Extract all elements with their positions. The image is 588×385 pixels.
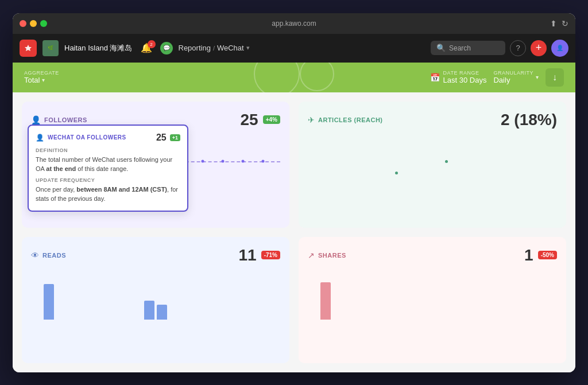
shares-value: 1 — [524, 246, 533, 265]
toolbar: AGGREGATE Total ▾ 📅 DATE RANGE Last 30 D… — [13, 63, 575, 92]
aggregate-dropdown-icon: ▾ — [42, 77, 45, 83]
shares-value-row: 1 -50% — [524, 246, 557, 265]
tooltip-value-row: 25 +1 — [156, 133, 180, 143]
article-dot-2 — [395, 172, 398, 174]
tooltip-definition-label: DEFINITION — [36, 147, 180, 153]
shares-bar — [320, 282, 331, 320]
close-button[interactable] — [20, 20, 26, 27]
download-icon: ↓ — [552, 72, 557, 83]
date-range-info: DATE RANGE Last 30 Days — [443, 70, 487, 84]
add-button[interactable]: + — [531, 40, 547, 56]
shares-badge: -50% — [538, 251, 557, 259]
granularity-selector[interactable]: GRANULARITY Daily ▾ — [493, 70, 539, 84]
reads-card: 👁 READS 11 -71% — [22, 237, 289, 363]
minimize-button[interactable] — [30, 20, 37, 27]
shares-card-header: ↗ SHARES 1 -50% — [308, 246, 557, 265]
followers-card: 👤 FOLLOWERS 25 +4% 👤 WECHAT OA FOLLOWERS — [22, 102, 289, 228]
refresh-icon[interactable]: ↻ — [562, 19, 568, 28]
followers-badge: +4% — [263, 115, 280, 124]
followers-dot-9 — [202, 160, 204, 162]
wechat-icon: 💬 — [160, 42, 173, 55]
reads-title: READS — [42, 252, 66, 259]
app-logo[interactable] — [20, 40, 37, 57]
workspace-avatar: 🌿 — [42, 40, 59, 56]
followers-tooltip: 👤 WECHAT OA FOLLOWERS 25 +1 DEFINITION T… — [28, 125, 188, 212]
articles-value-row: 2 (18%) — [501, 111, 557, 129]
articles-value: 2 (18%) — [501, 111, 557, 129]
followers-icon: 👤 — [31, 115, 41, 125]
followers-value-row: 25 +4% — [241, 111, 280, 129]
tooltip-update-text: Once per day, between 8AM and 12AM (CST)… — [36, 185, 180, 204]
app-window: app.kawo.com ⬆ ↻ 🌿 Haitan Island 海滩岛 🔔 2… — [13, 13, 575, 372]
help-button[interactable]: ? — [510, 40, 526, 56]
followers-dot-12 — [261, 160, 264, 162]
articles-chart — [308, 143, 557, 200]
tooltip-value: 25 — [156, 133, 167, 143]
followers-dot-10 — [222, 160, 225, 162]
search-label: Search — [449, 44, 471, 52]
tooltip-title: WECHAT OA FOLLOWERS — [48, 134, 126, 141]
avatar-initials: 👤 — [556, 45, 563, 51]
workspace-name[interactable]: Haitan Island 海滩岛 — [64, 43, 133, 53]
breadcrumb-parent[interactable]: Reporting — [179, 44, 211, 52]
main-content: 👤 FOLLOWERS 25 +4% 👤 WECHAT OA FOLLOWERS — [13, 92, 575, 372]
tooltip-title-row: 👤 WECHAT OA FOLLOWERS — [36, 134, 126, 142]
nav-right: 🔍 Search ? + 👤 — [431, 40, 568, 57]
reads-value-row: 11 -71% — [238, 246, 280, 265]
aggregate-label: AGGREGATE — [24, 70, 59, 76]
followers-value: 25 — [241, 111, 258, 129]
aggregate-value[interactable]: Total ▾ — [24, 76, 59, 84]
user-avatar[interactable]: 👤 — [551, 40, 568, 57]
share-icon[interactable]: ⬆ — [550, 19, 557, 28]
reads-icon: 👁 — [31, 251, 39, 260]
breadcrumb: Reporting / WeChat ▾ — [179, 44, 250, 52]
tooltip-user-icon: 👤 — [36, 134, 44, 142]
title-bar-right: ⬆ ↻ — [550, 19, 568, 28]
reads-bar — [44, 284, 54, 319]
granularity-value: Daily — [493, 76, 533, 84]
articles-title-row: ✈ ARTICLES (REACH) — [308, 115, 383, 125]
article-dot-1 — [445, 160, 448, 163]
search-box[interactable]: 🔍 Search — [431, 41, 505, 55]
nav-bar: 🌿 Haitan Island 海滩岛 🔔 2 💬 Reporting / We… — [13, 34, 575, 63]
granularity-info: GRANULARITY Daily — [493, 70, 533, 84]
followers-dot-11 — [241, 160, 244, 162]
aggregate-selector[interactable]: AGGREGATE Total ▾ — [24, 70, 59, 84]
articles-card: ✈ ARTICLES (REACH) 2 (18%) — [299, 102, 566, 228]
shares-icon: ↗ — [308, 251, 315, 260]
granularity-label: GRANULARITY — [493, 70, 533, 76]
articles-card-header: ✈ ARTICLES (REACH) 2 (18%) — [308, 111, 557, 129]
breadcrumb-dropdown-icon[interactable]: ▾ — [246, 44, 250, 52]
url-bar[interactable]: app.kawo.com — [272, 20, 316, 28]
calendar-icon: 📅 — [430, 73, 440, 82]
breadcrumb-child[interactable]: WeChat — [217, 44, 244, 52]
articles-title: ARTICLES (REACH) — [318, 116, 383, 123]
reads-bar — [157, 305, 167, 319]
shares-card: ↗ SHARES 1 -50% — [299, 237, 566, 363]
search-icon: 🔍 — [436, 44, 446, 52]
download-button[interactable]: ↓ — [546, 68, 564, 87]
reads-badge: -71% — [261, 251, 280, 259]
traffic-lights — [20, 20, 47, 27]
followers-title: FOLLOWERS — [44, 116, 87, 123]
title-bar: app.kawo.com ⬆ ↻ — [13, 13, 575, 34]
reads-title-row: 👁 READS — [31, 251, 66, 260]
shares-bar-chart — [308, 274, 557, 320]
followers-title-row: 👤 FOLLOWERS — [31, 115, 87, 125]
shares-title-row: ↗ SHARES — [308, 251, 346, 260]
shares-title: SHARES — [318, 252, 346, 259]
granularity-dropdown-icon: ▾ — [536, 74, 539, 80]
reads-bar-chart — [31, 274, 280, 320]
toolbar-right: 📅 DATE RANGE Last 30 Days GRANULARITY Da… — [430, 68, 564, 87]
notification-count: 2 — [148, 40, 156, 48]
date-range-label: DATE RANGE — [443, 70, 487, 76]
date-range-value: Last 30 Days — [443, 76, 487, 84]
tooltip-update-label: UPDATE FREQUENCY — [36, 177, 180, 183]
date-range-selector[interactable]: 📅 DATE RANGE Last 30 Days — [430, 70, 487, 84]
tooltip-definition-text: The total number of WeChat users followi… — [36, 155, 180, 174]
breadcrumb-separator: / — [213, 45, 215, 52]
tooltip-header: 👤 WECHAT OA FOLLOWERS 25 +1 — [36, 133, 180, 143]
notifications-bell[interactable]: 🔔 2 — [141, 42, 152, 53]
reads-value: 11 — [238, 246, 256, 265]
maximize-button[interactable] — [40, 20, 47, 27]
